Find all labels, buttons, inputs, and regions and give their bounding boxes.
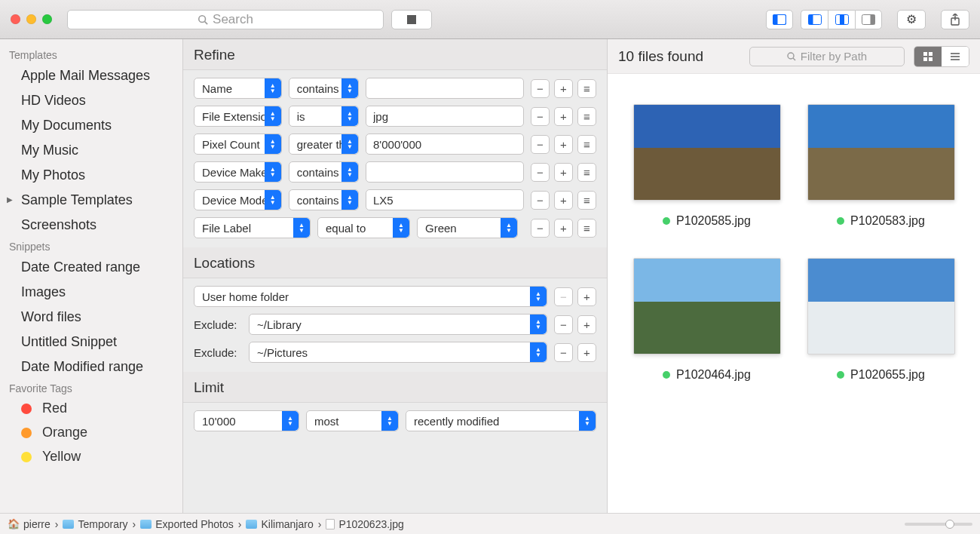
add-rule-button[interactable]: + (554, 163, 573, 182)
rule-value-select[interactable]: Green▲▼ (417, 217, 518, 238)
rule-value-input[interactable] (366, 106, 524, 127)
refine-rule: Name▲▼contains▲▼−+≡ (194, 78, 596, 99)
remove-rule-button[interactable]: − (531, 135, 550, 154)
breadcrumb-item[interactable]: Temporary (63, 518, 127, 530)
panel-layout-left[interactable] (801, 10, 828, 29)
result-item[interactable]: P1020585.jpg (627, 104, 786, 228)
rule-attribute-select[interactable]: Pixel Count▲▼ (194, 134, 282, 155)
sidebar-item[interactable]: My Documents (0, 113, 182, 138)
location-path-select[interactable]: ~/Pictures▲▼ (249, 342, 547, 363)
remove-rule-button[interactable]: − (531, 191, 550, 210)
add-rule-button[interactable]: + (554, 79, 573, 98)
add-rule-button[interactable]: + (554, 219, 573, 238)
label-color-icon (837, 217, 844, 225)
location-path-select[interactable]: User home folder▲▼ (194, 286, 547, 307)
rule-operator-select[interactable]: contains▲▼ (289, 78, 359, 99)
rule-attribute-select[interactable]: Name▲▼ (194, 78, 282, 99)
breadcrumb-label: P1020623.jpg (338, 518, 403, 530)
sidebar-item[interactable]: My Music (0, 138, 182, 163)
breadcrumb-item[interactable]: Kilimanjaro (246, 518, 313, 530)
add-rule-button[interactable]: + (577, 343, 596, 362)
remove-rule-button[interactable]: − (531, 163, 550, 182)
rule-operator-select[interactable]: equal to▲▼ (317, 217, 410, 238)
add-rule-button[interactable]: + (554, 135, 573, 154)
result-item[interactable]: P1020583.jpg (801, 104, 960, 228)
add-rule-button[interactable]: + (554, 107, 573, 126)
add-rule-button[interactable]: + (577, 315, 596, 334)
svg-line-1 (205, 21, 208, 24)
rule-attribute-select[interactable]: Device Model▲▼ (194, 189, 282, 210)
rule-menu-button[interactable]: ≡ (577, 135, 596, 154)
limit-mode-select[interactable]: most▲▼ (306, 410, 399, 431)
rule-operator-select[interactable]: contains▲▼ (289, 189, 359, 210)
sidebar-item[interactable]: Date Modified range (0, 354, 182, 379)
result-item[interactable]: P1020655.jpg (801, 258, 960, 382)
gear-icon: ⚙ (906, 12, 917, 26)
panel-layout-segmented (801, 10, 882, 29)
remove-rule-button[interactable]: − (531, 219, 550, 238)
rule-menu-button[interactable]: ≡ (577, 163, 596, 182)
panel-layout-right[interactable] (855, 10, 882, 29)
close-button[interactable] (11, 14, 20, 24)
rule-value-input[interactable] (366, 189, 524, 210)
sidebar-item[interactable]: My Photos (0, 163, 182, 188)
breadcrumb-item[interactable]: Exported Photos (140, 518, 234, 530)
remove-rule-button[interactable]: − (554, 343, 573, 362)
result-filename: P1020655.jpg (850, 368, 925, 382)
rule-attribute-select[interactable]: File Extension▲▼ (194, 106, 282, 127)
slider-knob[interactable] (945, 520, 954, 529)
rule-menu-button[interactable]: ≡ (577, 191, 596, 210)
rule-operator-select[interactable]: contains▲▼ (289, 161, 359, 183)
remove-rule-button[interactable]: − (554, 315, 573, 334)
sidebar-tag[interactable]: Orange (0, 421, 182, 445)
location-include-row: User home folder▲▼−+ (194, 286, 596, 307)
sidebar-item[interactable]: Sample Templates (0, 188, 182, 213)
sidebar-item[interactable]: Apple Mail Messages (0, 63, 182, 88)
minimize-button[interactable] (26, 14, 36, 24)
rule-value-input[interactable] (366, 134, 524, 155)
limit-count-select[interactable]: 10'000▲▼ (194, 410, 299, 431)
toggle-sidebar-button[interactable] (766, 10, 793, 29)
zoom-slider[interactable] (905, 523, 972, 526)
rule-operator-select[interactable]: is▲▼ (289, 106, 359, 127)
remove-rule-button[interactable]: − (531, 79, 550, 98)
sidebar-tag[interactable]: Red (0, 397, 182, 421)
search-input[interactable]: Search (67, 10, 384, 29)
rule-value-input[interactable] (366, 161, 524, 183)
sidebar-tag[interactable]: Yellow (0, 445, 182, 469)
filter-path-input[interactable]: Filter by Path (749, 47, 905, 66)
svg-rect-17 (929, 57, 933, 61)
limit-sort-select[interactable]: recently modified▲▼ (406, 410, 596, 431)
sidebar-item[interactable]: Date Created range (0, 255, 182, 280)
rule-value-input[interactable] (366, 78, 524, 99)
rule-operator-select[interactable]: greater than▲▼ (289, 134, 359, 155)
panel-layout-center[interactable] (828, 10, 855, 29)
sidebar-item[interactable]: HD Videos (0, 88, 182, 113)
search-icon (198, 14, 208, 25)
share-button[interactable] (941, 10, 969, 29)
add-rule-button[interactable]: + (577, 287, 596, 306)
add-rule-button[interactable]: + (554, 191, 573, 210)
rule-menu-button[interactable]: ≡ (577, 79, 596, 98)
sidebar-item[interactable]: Images (0, 280, 182, 305)
rule-attribute-select[interactable]: File Label▲▼ (194, 217, 311, 238)
location-path-select[interactable]: ~/Library▲▼ (249, 314, 547, 335)
view-list-button[interactable] (942, 47, 969, 66)
sidebar-item[interactable]: Word files (0, 305, 182, 330)
svg-rect-15 (929, 52, 933, 56)
breadcrumb-item[interactable]: P1020623.jpg (326, 518, 403, 530)
breadcrumb-item[interactable]: 🏠pierre (8, 518, 51, 530)
sidebar-item[interactable]: Untitled Snippet (0, 330, 182, 354)
svg-rect-7 (840, 14, 844, 24)
breadcrumb-label: Kilimanjaro (261, 518, 313, 530)
settings-button[interactable]: ⚙ (897, 10, 926, 29)
remove-rule-button[interactable]: − (531, 107, 550, 126)
view-grid-button[interactable] (914, 47, 942, 66)
rule-menu-button[interactable]: ≡ (577, 107, 596, 126)
sidebar-item[interactable]: Screenshots (0, 213, 182, 238)
rule-attribute-select[interactable]: Device Make▲▼ (194, 161, 282, 183)
stop-button[interactable] (391, 10, 432, 29)
result-item[interactable]: P1020464.jpg (627, 258, 786, 382)
zoom-button[interactable] (42, 14, 52, 24)
rule-menu-button[interactable]: ≡ (577, 219, 596, 238)
